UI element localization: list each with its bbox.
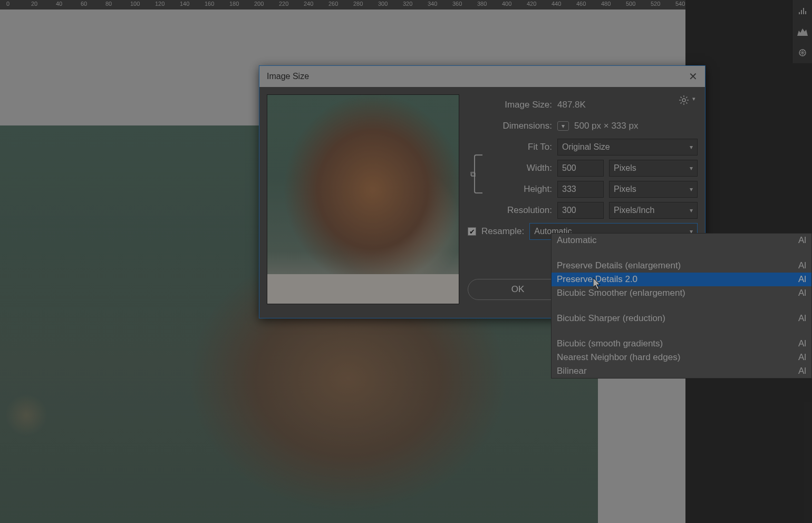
dropdown-option[interactable]: AutomaticAl — [552, 234, 811, 247]
svg-line-11 — [681, 97, 682, 98]
dropdown-option-label: Bicubic Smoother (enlargement) — [557, 287, 685, 299]
chevron-down-icon: ▾ — [690, 207, 693, 214]
ruler-tick: 540 — [675, 1, 685, 7]
gear-icon[interactable]: ▾ — [679, 95, 695, 108]
fit-to-select[interactable]: Original Size ▾ — [557, 139, 698, 156]
ruler-tick: 420 — [527, 1, 536, 7]
dropdown-option-shortcut: Al — [798, 274, 806, 285]
dropdown-separator — [552, 325, 811, 337]
svg-line-12 — [686, 102, 687, 103]
dropdown-option-shortcut: Al — [798, 365, 806, 377]
ruler-tick: 360 — [452, 1, 462, 7]
resolution-label: Resolution: — [474, 205, 552, 216]
height-unit-value: Pixels — [614, 185, 636, 194]
right-panel-strip — [792, 0, 812, 63]
dialog-titlebar[interactable]: Image Size ✕ — [259, 66, 705, 87]
height-label: Height: — [482, 184, 552, 195]
dropdown-option-label: Preserve Details 2.0 — [557, 274, 637, 285]
width-input[interactable] — [557, 160, 604, 177]
height-unit-select[interactable]: Pixels ▾ — [609, 181, 698, 198]
chevron-down-icon: ▾ — [690, 164, 693, 172]
ruler-tick: 180 — [229, 1, 239, 7]
dropdown-option-label: Bicubic (smooth gradients) — [557, 338, 663, 350]
ruler-tick: 140 — [180, 1, 189, 7]
resample-checkbox[interactable]: ✔ — [468, 227, 476, 236]
image-size-label: Image Size: — [482, 100, 552, 110]
ruler-tick: 280 — [353, 1, 363, 7]
dropdown-option[interactable]: Bicubic Sharper (reduction)Al — [552, 312, 811, 325]
dropdown-option-label: Nearest Neighbor (hard edges) — [557, 352, 680, 363]
chevron-down-icon: ▾ — [690, 186, 693, 193]
ruler-tick: 120 — [155, 1, 165, 7]
ok-label: OK — [511, 284, 525, 295]
horizontal-ruler: 0204060801001201401601802002202402602803… — [0, 0, 685, 9]
image-size-value: 487.8K — [557, 100, 586, 110]
histogram-icon[interactable] — [792, 21, 813, 42]
dropdown-option[interactable]: Bicubic Smoother (enlargement)Al — [552, 286, 811, 300]
dropdown-option-shortcut: Al — [798, 352, 806, 363]
dropdown-option-label: Preserve Details (enlargement) — [557, 260, 681, 272]
panel-icon-3[interactable] — [792, 42, 813, 63]
dropdown-separator — [552, 300, 811, 312]
svg-line-13 — [686, 97, 687, 98]
resolution-input[interactable] — [557, 202, 604, 219]
fit-to-label: Fit To: — [482, 142, 552, 152]
dimensions-value: 500 px × 333 px — [574, 121, 638, 131]
close-icon[interactable]: ✕ — [689, 70, 698, 83]
dropdown-option[interactable]: Preserve Details 2.0Al — [552, 273, 811, 286]
dropdown-option-label: Bicubic Sharper (reduction) — [557, 313, 665, 324]
dropdown-option-shortcut: Al — [798, 287, 806, 299]
width-unit-value: Pixels — [614, 163, 636, 173]
dropdown-option-shortcut: Al — [798, 235, 806, 246]
ruler-tick: 500 — [626, 1, 635, 7]
dimensions-label: Dimensions: — [482, 121, 552, 131]
dropdown-separator — [552, 247, 811, 259]
resample-label: Resample: — [481, 226, 524, 237]
ruler-tick: 100 — [130, 1, 140, 7]
dropdown-option-shortcut: Al — [798, 260, 806, 272]
svg-rect-3 — [805, 11, 806, 14]
svg-line-14 — [681, 102, 682, 103]
ruler-tick: 480 — [601, 1, 611, 7]
ruler-tick: 380 — [477, 1, 487, 7]
dropdown-option-label: Bilinear — [557, 365, 587, 377]
svg-rect-0 — [799, 12, 800, 14]
panel-icon-1[interactable] — [792, 0, 813, 21]
svg-rect-2 — [803, 8, 804, 14]
dropdown-option[interactable]: Preserve Details (enlargement)Al — [552, 259, 811, 273]
resolution-unit-select[interactable]: Pixels/Inch ▾ — [609, 202, 698, 219]
width-label: Width: — [482, 163, 552, 173]
chevron-down-icon[interactable]: ▾ — [557, 121, 569, 131]
ruler-tick: 160 — [205, 1, 214, 7]
dropdown-option-shortcut: Al — [798, 338, 806, 350]
svg-marker-4 — [797, 28, 808, 36]
ruler-tick: 20 — [31, 1, 37, 7]
ruler-tick: 40 — [56, 1, 62, 7]
dropdown-option[interactable]: Nearest Neighbor (hard edges)Al — [552, 351, 811, 364]
ruler-tick: 240 — [304, 1, 313, 7]
ruler-tick: 0 — [6, 1, 9, 7]
dropdown-option[interactable]: Bicubic (smooth gradients)Al — [552, 337, 811, 351]
width-unit-select[interactable]: Pixels ▾ — [609, 160, 698, 177]
link-chain-icon[interactable]: ⧉ — [469, 168, 477, 180]
ruler-tick: 300 — [378, 1, 388, 7]
ruler-tick: 440 — [552, 1, 561, 7]
ruler-tick: 340 — [428, 1, 437, 7]
dropdown-option-shortcut: Al — [798, 313, 806, 324]
dropdown-option[interactable]: BilinearAl — [552, 364, 811, 378]
dropdown-option-label: Automatic — [557, 235, 597, 246]
ruler-tick: 60 — [81, 1, 87, 7]
ruler-tick: 220 — [279, 1, 288, 7]
image-preview[interactable] — [267, 94, 459, 304]
height-input[interactable] — [557, 181, 604, 198]
ruler-tick: 320 — [403, 1, 412, 7]
fit-to-value: Original Size — [562, 142, 610, 152]
ruler-tick: 260 — [328, 1, 338, 7]
ruler-tick: 400 — [502, 1, 511, 7]
resolution-unit-value: Pixels/Inch — [614, 206, 654, 215]
ruler-tick: 460 — [576, 1, 586, 7]
resample-dropdown: AutomaticAlPreserve Details (enlargement… — [551, 233, 812, 379]
ruler-tick: 520 — [651, 1, 660, 7]
chevron-down-icon: ▾ — [690, 143, 693, 151]
dialog-title: Image Size — [267, 72, 309, 81]
